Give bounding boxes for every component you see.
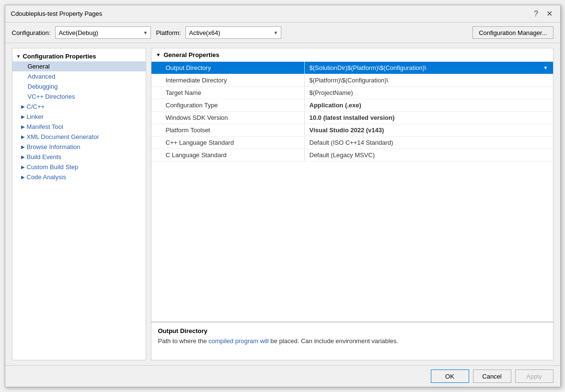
custom-build-label: Custom Build Step — [27, 163, 79, 171]
sidebar-item-manifest-tool[interactable]: ▶ Manifest Tool — [12, 122, 146, 132]
sidebar-item-build-events[interactable]: ▶ Build Events — [12, 152, 146, 162]
title-controls: ? ✕ — [531, 9, 554, 19]
prop-row-target-name[interactable]: Target Name $(ProjectName) — [151, 87, 553, 99]
config-bar: Configuration: Active(Debug) ▼ Platform:… — [5, 23, 560, 43]
content-area: ▼ Configuration Properties General Advan… — [5, 43, 560, 365]
browse-expand-icon: ▶ — [21, 144, 25, 150]
prop-row-config-type[interactable]: Configuration Type Application (.exe) — [151, 99, 553, 112]
tree-root-header[interactable]: ▼ Configuration Properties — [12, 51, 146, 61]
prop-name-c-lang-std: C Language Standard — [151, 149, 305, 161]
prop-name-config-type: Configuration Type — [151, 99, 305, 111]
xml-label: XML Document Generator — [27, 133, 99, 140]
code-analysis-expand-icon: ▶ — [21, 174, 25, 180]
linker-label: Linker — [27, 113, 44, 120]
title-bar: Cdoubleplus-test Property Pages ? ✕ — [5, 5, 560, 23]
prop-name-windows-sdk: Windows SDK Version — [151, 112, 305, 124]
prop-value-output-dir: $(SolutionDir)$(Platform)\$(Configuratio… — [305, 62, 553, 74]
sidebar-item-debugging[interactable]: Debugging — [12, 81, 146, 92]
manifest-label: Manifest Tool — [27, 123, 63, 130]
custom-build-expand-icon: ▶ — [21, 164, 25, 170]
platform-value: Active(x64) — [189, 29, 220, 36]
dialog-title: Cdoubleplus-test Property Pages — [11, 10, 103, 17]
platform-label: Platform: — [156, 29, 181, 36]
manifest-expand-icon: ▶ — [21, 124, 25, 129]
info-panel: Output Directory Path to where the compi… — [151, 322, 553, 360]
build-events-label: Build Events — [27, 153, 61, 161]
left-panel: ▼ Configuration Properties General Advan… — [12, 48, 146, 360]
sidebar-item-general[interactable]: General — [12, 61, 146, 71]
browse-label: Browse Information — [27, 143, 81, 150]
prop-row-platform-toolset[interactable]: Platform Toolset Visual Studio 2022 (v14… — [151, 124, 553, 137]
sidebar-item-cpp[interactable]: ▶ C/C++ — [12, 102, 146, 112]
prop-value-target-name: $(ProjectName) — [305, 87, 553, 99]
linker-expand-icon: ▶ — [21, 114, 25, 119]
prop-value-platform-toolset: Visual Studio 2022 (v143) — [305, 124, 553, 136]
prop-value-intermediate-dir: $(Platform)\$(Configuration)\ — [305, 74, 553, 86]
tree-root: ▼ Configuration Properties General Advan… — [12, 48, 146, 185]
sidebar-item-browse-info[interactable]: ▶ Browse Information — [12, 142, 146, 152]
prop-row-c-lang-std[interactable]: C Language Standard Default (Legacy MSVC… — [151, 149, 553, 161]
prop-row-intermediate-dir[interactable]: Intermediate Directory $(Platform)\$(Con… — [151, 74, 553, 87]
prop-name-platform-toolset: Platform Toolset — [151, 124, 305, 136]
prop-row-cpp-lang-std[interactable]: C++ Language Standard Default (ISO C++14… — [151, 137, 553, 149]
prop-name-target-name: Target Name — [151, 87, 305, 99]
root-collapse-arrow-icon: ▼ — [16, 54, 21, 59]
cpp-expand-icon: ▶ — [21, 104, 25, 109]
prop-value-cpp-lang-std: Default (ISO C++14 Standard) — [305, 137, 553, 149]
properties-table: ▼ General Properties Output Directory $(… — [151, 48, 553, 322]
prop-name-output-dir: Output Directory — [151, 62, 305, 74]
section-collapse-icon: ▼ — [156, 52, 161, 58]
xml-expand-icon: ▶ — [21, 134, 25, 139]
section-label: General Properties — [163, 51, 219, 58]
sidebar-item-code-analysis[interactable]: ▶ Code Analysis — [12, 172, 146, 182]
configuration-arrow-icon: ▼ — [143, 30, 148, 35]
sidebar-item-linker[interactable]: ▶ Linker — [12, 112, 146, 122]
info-description: Path to where the compiled program will … — [158, 336, 546, 346]
info-link-text: compiled program will — [208, 337, 269, 345]
help-button[interactable]: ? — [531, 9, 541, 19]
prop-value-c-lang-std: Default (Legacy MSVC) — [305, 149, 553, 161]
prop-row-windows-sdk[interactable]: Windows SDK Version 10.0 (latest install… — [151, 112, 553, 124]
properties-section-header: ▼ General Properties — [151, 48, 553, 62]
sidebar-item-xml-generator[interactable]: ▶ XML Document Generator — [12, 132, 146, 142]
prop-row-output-dir[interactable]: Output Directory $(SolutionDir)$(Platfor… — [151, 62, 553, 74]
prop-name-intermediate-dir: Intermediate Directory — [151, 74, 305, 86]
build-events-expand-icon: ▶ — [21, 154, 25, 160]
cancel-button[interactable]: Cancel — [473, 369, 511, 383]
prop-value-windows-sdk: 10.0 (latest installed version) — [305, 112, 553, 124]
sidebar-item-advanced[interactable]: Advanced — [12, 71, 146, 81]
prop-dropdown-arrow-icon: ▼ — [543, 65, 548, 70]
platform-dropdown[interactable]: Active(x64) ▼ — [185, 26, 281, 39]
apply-button[interactable]: Apply — [515, 369, 553, 383]
platform-arrow-icon: ▼ — [274, 30, 278, 35]
code-analysis-label: Code Analysis — [27, 173, 66, 181]
sidebar-item-vc-directories[interactable]: VC++ Directories — [12, 92, 146, 102]
root-label: Configuration Properties — [23, 53, 96, 60]
prop-value-config-type: Application (.exe) — [305, 99, 553, 111]
configuration-value: Active(Debug) — [58, 29, 98, 36]
info-title: Output Directory — [158, 327, 546, 334]
cpp-label: C/C++ — [27, 103, 45, 110]
property-pages-dialog: Cdoubleplus-test Property Pages ? ✕ Conf… — [5, 5, 561, 387]
close-button[interactable]: ✕ — [545, 9, 554, 19]
configuration-manager-button[interactable]: Configuration Manager... — [473, 26, 553, 39]
sidebar-item-custom-build[interactable]: ▶ Custom Build Step — [12, 162, 146, 172]
prop-name-cpp-lang-std: C++ Language Standard — [151, 137, 305, 149]
ok-button[interactable]: OK — [431, 369, 469, 383]
configuration-dropdown[interactable]: Active(Debug) ▼ — [55, 26, 151, 39]
configuration-label: Configuration: — [12, 29, 51, 36]
right-panel: ▼ General Properties Output Directory $(… — [151, 48, 553, 360]
bottom-bar: OK Cancel Apply — [5, 365, 560, 387]
